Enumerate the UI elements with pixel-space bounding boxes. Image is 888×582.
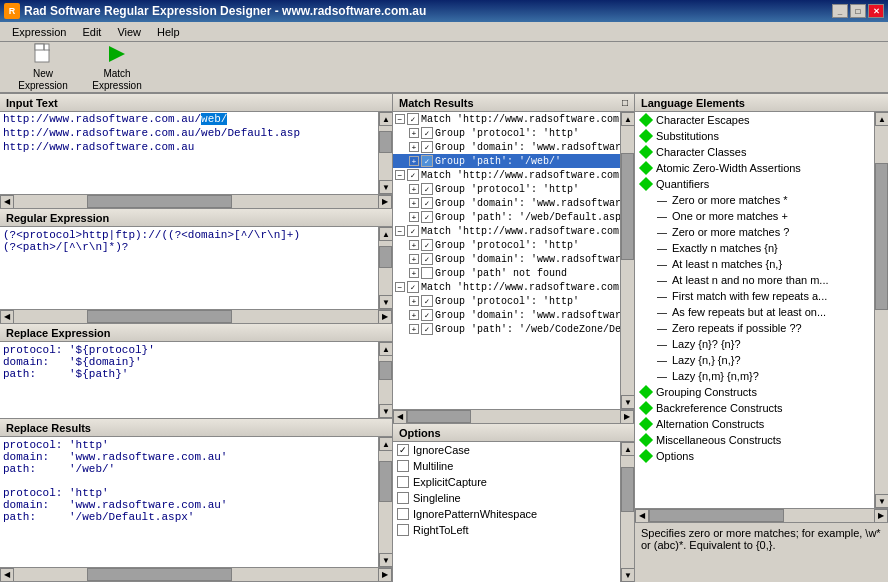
match-expression-icon [105, 42, 129, 66]
lang-item-zero-more[interactable]: — Zero or more matches * [635, 192, 874, 208]
regex-hscroll[interactable]: ◀ ▶ [0, 309, 392, 323]
lang-item-zero-possible[interactable]: — Zero repeats if possible ?? [635, 320, 874, 336]
input-text-hscroll[interactable]: ◀ ▶ [0, 194, 392, 208]
tree-match-2[interactable]: − ✓ Match 'http://www.radsoftware.com... [393, 168, 620, 182]
option-righttoleft-checkbox[interactable] [397, 524, 409, 536]
lang-item-options[interactable]: Options [635, 448, 874, 464]
match-expression-button[interactable]: Match Expression [82, 45, 152, 89]
replace-vscroll[interactable]: ▲ ▼ [378, 342, 392, 418]
tree-match-3-protocol[interactable]: + ✓ Group 'protocol': 'http' [393, 238, 620, 252]
tree-match-4-domain[interactable]: + ✓ Group 'domain': 'www.radsoftwar... [393, 308, 620, 322]
lang-item-atomic[interactable]: Atomic Zero-Width Assertions [635, 160, 874, 176]
regex-content[interactable]: (?<protocol>http|ftp)://((?<domain>[^/\r… [0, 227, 378, 309]
lang-item-char-escapes[interactable]: Character Escapes [635, 112, 874, 128]
lang-item-quantifiers[interactable]: Quantifiers [635, 176, 874, 192]
vscroll-track [379, 126, 392, 180]
options-vscroll[interactable]: ▲ ▼ [620, 442, 634, 582]
lang-list-vscroll[interactable]: ▲ ▼ [874, 112, 888, 508]
hscroll-thumb[interactable] [87, 195, 233, 208]
lang-item-zero-one[interactable]: — Zero or more matches ? [635, 224, 874, 240]
tree-match-1-protocol[interactable]: + ✓ Group 'protocol': 'http' [393, 126, 620, 140]
option-explicitcapture[interactable]: ExplicitCapture [393, 474, 620, 490]
replace-header: Replace Expression [0, 324, 392, 342]
replace-content[interactable]: protocol: '${protocol}' domain: '${domai… [0, 342, 378, 418]
match-tree-vscroll[interactable]: ▲ ▼ [620, 112, 634, 409]
tree-match-3-path-notfound[interactable]: + Group 'path' not found [393, 266, 620, 280]
replace-results-hscroll[interactable]: ◀ ▶ [0, 567, 392, 581]
input-text-vscroll[interactable]: ▲ ▼ [378, 112, 392, 194]
tree-match-3-domain[interactable]: + ✓ Group 'domain': 'www.radsoftwar... [393, 252, 620, 266]
tree-match-4-path[interactable]: + ✓ Group 'path': '/web/CodeZone/De... [393, 322, 620, 336]
lang-item-char-classes[interactable]: Character Classes [635, 144, 874, 160]
lang-item-first-match[interactable]: — First match with few repeats a... [635, 288, 874, 304]
vscroll-thumb[interactable] [379, 131, 392, 153]
hscroll-left[interactable]: ◀ [0, 195, 14, 209]
option-multiline[interactable]: Multiline [393, 458, 620, 474]
lang-item-backref[interactable]: Backreference Constructs [635, 400, 874, 416]
option-explicitcapture-checkbox[interactable] [397, 476, 409, 488]
option-ignorecase-checkbox[interactable]: ✓ [397, 444, 409, 456]
option-singleline[interactable]: Singleline [393, 490, 620, 506]
dash-icon: — [655, 209, 669, 223]
app-icon: R [4, 3, 20, 19]
window-controls[interactable]: _ □ ✕ [832, 4, 884, 18]
description-text: Specifies zero or more matches; for exam… [641, 527, 881, 551]
tree-match-1-domain[interactable]: + ✓ Group 'domain': 'www.radsoftwar... [393, 140, 620, 154]
match-expression-label: Match Expression [85, 68, 149, 92]
lang-item-lazy-n[interactable]: — Lazy {n}? {n}? [635, 336, 874, 352]
menu-view[interactable]: View [109, 24, 149, 40]
lang-item-exactly-n[interactable]: — Exactly n matches {n} [635, 240, 874, 256]
svg-marker-2 [109, 46, 125, 62]
close-button[interactable]: ✕ [868, 4, 884, 18]
green-diamond-icon [639, 449, 653, 463]
lang-item-grouping[interactable]: Grouping Constructs [635, 384, 874, 400]
replace-results-section: Replace Results protocol: 'http' domain:… [0, 419, 392, 582]
tree-match-2-domain[interactable]: + ✓ Group 'domain': 'www.radsoftwar... [393, 196, 620, 210]
tree-match-1[interactable]: − ✓ Match 'http://www.radsoftware.com... [393, 112, 620, 126]
minimize-button[interactable]: _ [832, 4, 848, 18]
tree-match-3[interactable]: − ✓ Match 'http://www.radsoftware.com... [393, 224, 620, 238]
regex-vscroll[interactable]: ▲ ▼ [378, 227, 392, 309]
option-ignorecase[interactable]: ✓ IgnoreCase [393, 442, 620, 458]
regex-value[interactable]: (?<protocol>http|ftp)://((?<domain>[^/\r… [0, 227, 378, 255]
hscroll-right[interactable]: ▶ [378, 195, 392, 209]
option-righttoleft[interactable]: RightToLeft [393, 522, 620, 538]
lang-elements-header: Language Elements [635, 94, 888, 112]
lang-elements-section: Language Elements Character Escapes Subs… [635, 94, 888, 522]
option-ignorepatternwhitespace[interactable]: IgnorePatternWhitespace [393, 506, 620, 522]
green-diamond-icon [639, 145, 653, 159]
menu-help[interactable]: Help [149, 24, 188, 40]
match-tree-hscroll[interactable]: ◀ ▶ [393, 409, 634, 423]
replace-value[interactable]: protocol: '${protocol}' domain: '${domai… [0, 342, 378, 382]
lang-item-misc[interactable]: Miscellaneous Constructs [635, 432, 874, 448]
lang-item-atleast-n-nomore[interactable]: — At least n and no more than m... [635, 272, 874, 288]
lang-item-lazy-n-comma[interactable]: — Lazy {n,} {n,}? [635, 352, 874, 368]
vscroll-down[interactable]: ▼ [379, 180, 392, 194]
replace-results-vscroll[interactable]: ▲ ▼ [378, 437, 392, 567]
tree-match-2-protocol[interactable]: + ✓ Group 'protocol': 'http' [393, 182, 620, 196]
dash-icon: — [655, 241, 669, 255]
input-text-content: http://www.radsoftware.com.au/web/ http:… [0, 112, 378, 194]
lang-item-alternation[interactable]: Alternation Constructs [635, 416, 874, 432]
dash-icon: — [655, 225, 669, 239]
option-multiline-checkbox[interactable] [397, 460, 409, 472]
lang-item-one-more[interactable]: — One or more matches + [635, 208, 874, 224]
tree-match-4[interactable]: − ✓ Match 'http://www.radsoftware.com... [393, 280, 620, 294]
new-expression-button[interactable]: New Expression [8, 45, 78, 89]
option-ignorepatternwhitespace-checkbox[interactable] [397, 508, 409, 520]
tree-match-1-path[interactable]: + ✓ Group 'path': '/web/' [393, 154, 620, 168]
left-panel: Input Text http://www.radsoftware.com.au… [0, 94, 393, 582]
lang-item-lazy-nm[interactable]: — Lazy {n,m} {n,m}? [635, 368, 874, 384]
lang-item-asfew[interactable]: — As few repeats but at least on... [635, 304, 874, 320]
tree-match-2-path[interactable]: + ✓ Group 'path': '/web/Default.aspx' [393, 210, 620, 224]
middle-panel: Match Results □ − ✓ Match 'http://www.ra… [393, 94, 635, 582]
menu-expression[interactable]: Expression [4, 24, 74, 40]
option-singleline-checkbox[interactable] [397, 492, 409, 504]
lang-list-hscroll[interactable]: ◀ ▶ [635, 508, 888, 522]
maximize-button[interactable]: □ [850, 4, 866, 18]
menu-edit[interactable]: Edit [74, 24, 109, 40]
lang-item-substitutions[interactable]: Substitutions [635, 128, 874, 144]
lang-item-atleast-n[interactable]: — At least n matches {n,} [635, 256, 874, 272]
tree-match-4-protocol[interactable]: + ✓ Group 'protocol': 'http' [393, 294, 620, 308]
vscroll-up[interactable]: ▲ [379, 112, 392, 126]
